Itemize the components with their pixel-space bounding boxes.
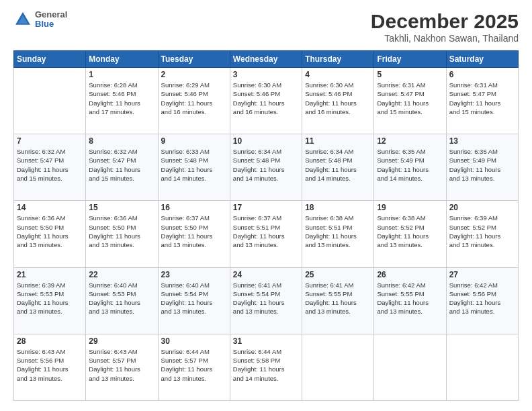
day-info: Sunrise: 6:30 AMSunset: 5:46 PMDaylight:… [233, 81, 299, 116]
calendar-cell: 7Sunrise: 6:32 AMSunset: 5:47 PMDaylight… [14, 134, 86, 201]
day-number: 29 [89, 336, 154, 346]
calendar-cell: 11Sunrise: 6:34 AMSunset: 5:48 PMDayligh… [302, 134, 374, 201]
day-info: Sunrise: 6:31 AMSunset: 5:47 PMDaylight:… [449, 81, 515, 116]
calendar-cell: 12Sunrise: 6:35 AMSunset: 5:49 PMDayligh… [374, 134, 446, 201]
day-info: Sunrise: 6:38 AMSunset: 5:51 PMDaylight:… [305, 214, 371, 249]
calendar-cell: 3Sunrise: 6:30 AMSunset: 5:46 PMDaylight… [230, 68, 302, 134]
col-thursday: Thursday [302, 51, 374, 68]
calendar-cell: 18Sunrise: 6:38 AMSunset: 5:51 PMDayligh… [302, 201, 374, 267]
day-info: Sunrise: 6:30 AMSunset: 5:46 PMDaylight:… [305, 81, 371, 116]
day-number: 25 [305, 270, 371, 279]
day-number: 4 [305, 70, 371, 79]
calendar-cell [446, 334, 518, 400]
day-info: Sunrise: 6:34 AMSunset: 5:48 PMDaylight:… [233, 147, 299, 183]
col-tuesday: Tuesday [158, 51, 230, 68]
day-number: 27 [449, 270, 515, 279]
day-number: 23 [161, 270, 227, 279]
day-info: Sunrise: 6:32 AMSunset: 5:47 PMDaylight:… [17, 147, 83, 183]
day-info: Sunrise: 6:38 AMSunset: 5:52 PMDaylight:… [377, 214, 443, 249]
calendar-cell [374, 334, 446, 400]
calendar-cell: 28Sunrise: 6:43 AMSunset: 5:56 PMDayligh… [14, 334, 86, 400]
day-number: 7 [17, 136, 83, 146]
calendar-cell: 2Sunrise: 6:29 AMSunset: 5:46 PMDaylight… [158, 68, 230, 134]
day-number: 19 [377, 203, 443, 212]
calendar-cell: 9Sunrise: 6:33 AMSunset: 5:48 PMDaylight… [158, 134, 230, 201]
calendar-cell: 22Sunrise: 6:40 AMSunset: 5:53 PMDayligh… [86, 267, 158, 334]
day-number: 15 [89, 203, 154, 212]
calendar-cell: 1Sunrise: 6:28 AMSunset: 5:46 PMDaylight… [86, 68, 158, 134]
day-number: 31 [233, 336, 299, 346]
day-number: 20 [449, 203, 515, 212]
calendar-cell: 19Sunrise: 6:38 AMSunset: 5:52 PMDayligh… [374, 201, 446, 267]
month-title: December 2025 [371, 10, 519, 33]
day-info: Sunrise: 6:44 AMSunset: 5:57 PMDaylight:… [161, 347, 227, 383]
col-wednesday: Wednesday [230, 51, 302, 68]
logo-text: General Blue [35, 10, 67, 30]
day-info: Sunrise: 6:35 AMSunset: 5:49 PMDaylight:… [377, 147, 443, 183]
day-info: Sunrise: 6:40 AMSunset: 5:54 PMDaylight:… [161, 281, 227, 316]
day-number: 30 [161, 336, 227, 346]
calendar-cell: 6Sunrise: 6:31 AMSunset: 5:47 PMDaylight… [446, 68, 518, 134]
calendar-cell: 10Sunrise: 6:34 AMSunset: 5:48 PMDayligh… [230, 134, 302, 201]
day-number: 11 [305, 136, 371, 146]
day-info: Sunrise: 6:29 AMSunset: 5:46 PMDaylight:… [161, 81, 227, 116]
day-info: Sunrise: 6:41 AMSunset: 5:55 PMDaylight:… [305, 281, 371, 316]
calendar-header-row: Sunday Monday Tuesday Wednesday Thursday… [14, 51, 519, 68]
day-info: Sunrise: 6:37 AMSunset: 5:51 PMDaylight:… [233, 214, 299, 249]
day-info: Sunrise: 6:39 AMSunset: 5:52 PMDaylight:… [449, 214, 515, 249]
page: General Blue December 2025 Takhli, Nakho… [0, 0, 532, 411]
day-info: Sunrise: 6:43 AMSunset: 5:56 PMDaylight:… [17, 347, 83, 383]
logo-general: General [35, 10, 67, 19]
calendar-cell: 5Sunrise: 6:31 AMSunset: 5:47 PMDaylight… [374, 68, 446, 134]
day-info: Sunrise: 6:36 AMSunset: 5:50 PMDaylight:… [89, 214, 154, 249]
day-info: Sunrise: 6:42 AMSunset: 5:56 PMDaylight:… [449, 281, 515, 316]
calendar-cell [14, 68, 86, 134]
day-info: Sunrise: 6:36 AMSunset: 5:50 PMDaylight:… [17, 214, 83, 249]
header: General Blue December 2025 Takhli, Nakho… [13, 10, 519, 44]
calendar-cell: 15Sunrise: 6:36 AMSunset: 5:50 PMDayligh… [86, 201, 158, 267]
day-number: 6 [449, 70, 515, 79]
week-row-4: 21Sunrise: 6:39 AMSunset: 5:53 PMDayligh… [14, 267, 519, 334]
day-number: 17 [233, 203, 299, 212]
week-row-5: 28Sunrise: 6:43 AMSunset: 5:56 PMDayligh… [14, 334, 519, 400]
day-number: 16 [161, 203, 227, 212]
calendar-cell: 24Sunrise: 6:41 AMSunset: 5:54 PMDayligh… [230, 267, 302, 334]
day-number: 28 [17, 336, 83, 346]
calendar-cell: 31Sunrise: 6:44 AMSunset: 5:58 PMDayligh… [230, 334, 302, 400]
col-friday: Friday [374, 51, 446, 68]
day-info: Sunrise: 6:42 AMSunset: 5:55 PMDaylight:… [377, 281, 443, 316]
calendar-cell: 21Sunrise: 6:39 AMSunset: 5:53 PMDayligh… [14, 267, 86, 334]
day-info: Sunrise: 6:33 AMSunset: 5:48 PMDaylight:… [161, 147, 227, 183]
calendar-cell: 4Sunrise: 6:30 AMSunset: 5:46 PMDaylight… [302, 68, 374, 134]
day-number: 10 [233, 136, 299, 146]
day-number: 13 [449, 136, 515, 146]
location: Takhli, Nakhon Sawan, Thailand [371, 33, 519, 44]
calendar-cell: 23Sunrise: 6:40 AMSunset: 5:54 PMDayligh… [158, 267, 230, 334]
day-info: Sunrise: 6:40 AMSunset: 5:53 PMDaylight:… [89, 281, 154, 316]
calendar-table: Sunday Monday Tuesday Wednesday Thursday… [13, 50, 519, 401]
logo: General Blue [13, 10, 67, 30]
day-number: 8 [89, 136, 154, 146]
col-saturday: Saturday [446, 51, 518, 68]
calendar-cell: 20Sunrise: 6:39 AMSunset: 5:52 PMDayligh… [446, 201, 518, 267]
day-info: Sunrise: 6:34 AMSunset: 5:48 PMDaylight:… [305, 147, 371, 183]
calendar-cell: 30Sunrise: 6:44 AMSunset: 5:57 PMDayligh… [158, 334, 230, 400]
week-row-3: 14Sunrise: 6:36 AMSunset: 5:50 PMDayligh… [14, 201, 519, 267]
logo-icon [13, 10, 32, 29]
day-number: 14 [17, 203, 83, 212]
logo-blue: Blue [35, 19, 67, 29]
calendar-cell: 29Sunrise: 6:43 AMSunset: 5:57 PMDayligh… [86, 334, 158, 400]
col-monday: Monday [86, 51, 158, 68]
day-info: Sunrise: 6:31 AMSunset: 5:47 PMDaylight:… [377, 81, 443, 116]
col-sunday: Sunday [14, 51, 86, 68]
week-row-1: 1Sunrise: 6:28 AMSunset: 5:46 PMDaylight… [14, 68, 519, 134]
day-info: Sunrise: 6:35 AMSunset: 5:49 PMDaylight:… [449, 147, 515, 183]
day-number: 21 [17, 270, 83, 279]
day-info: Sunrise: 6:37 AMSunset: 5:50 PMDaylight:… [161, 214, 227, 249]
day-info: Sunrise: 6:41 AMSunset: 5:54 PMDaylight:… [233, 281, 299, 316]
day-number: 5 [377, 70, 443, 79]
day-info: Sunrise: 6:32 AMSunset: 5:47 PMDaylight:… [89, 147, 154, 183]
calendar-cell: 8Sunrise: 6:32 AMSunset: 5:47 PMDaylight… [86, 134, 158, 201]
week-row-2: 7Sunrise: 6:32 AMSunset: 5:47 PMDaylight… [14, 134, 519, 201]
day-info: Sunrise: 6:28 AMSunset: 5:46 PMDaylight:… [89, 81, 154, 116]
